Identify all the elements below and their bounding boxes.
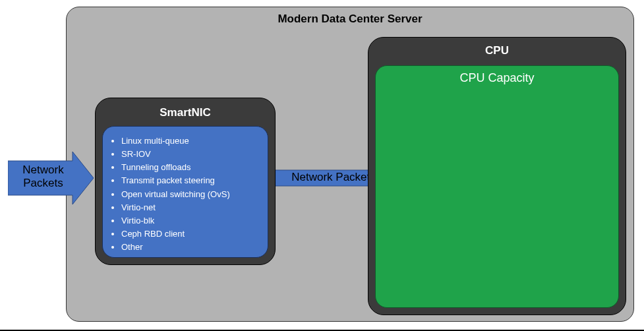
cpu-title: CPU	[368, 44, 626, 57]
smartnic-container: SmartNIC Linux multi-queue SR-IOV Tunnel…	[95, 98, 276, 265]
list-item: Virtio-net	[121, 201, 261, 214]
list-item: Ceph RBD client	[121, 227, 261, 241]
smartnic-feature-panel: Linux multi-queue SR-IOV Tunneling offlo…	[102, 126, 268, 258]
list-item: SR-IOV	[121, 148, 261, 161]
server-title: Modern Data Center Server	[67, 13, 633, 26]
arrow-in-label-line1: Network	[22, 164, 63, 176]
cpu-container: CPU CPU Capacity	[368, 37, 626, 315]
list-item: Linux multi-queue	[121, 135, 261, 148]
arrow-in-label-line2: Packets	[23, 177, 63, 189]
list-item: Open virtual switching (OvS)	[121, 188, 261, 201]
cpu-capacity-panel: CPU Capacity	[375, 65, 619, 308]
list-item: Other	[121, 241, 261, 254]
smartnic-feature-list: Linux multi-queue SR-IOV Tunneling offlo…	[121, 135, 261, 254]
list-item: Tunneling offloads	[121, 161, 261, 174]
list-item: Virtio-blk	[121, 214, 261, 227]
list-item: Transmit packet steering	[121, 174, 261, 187]
arrow-network-packets-in: Network Packets	[8, 152, 94, 204]
cpu-capacity-label: CPU Capacity	[376, 71, 618, 85]
arrow-in-label: Network Packets	[12, 164, 74, 189]
smartnic-title: SmartNIC	[96, 106, 275, 119]
